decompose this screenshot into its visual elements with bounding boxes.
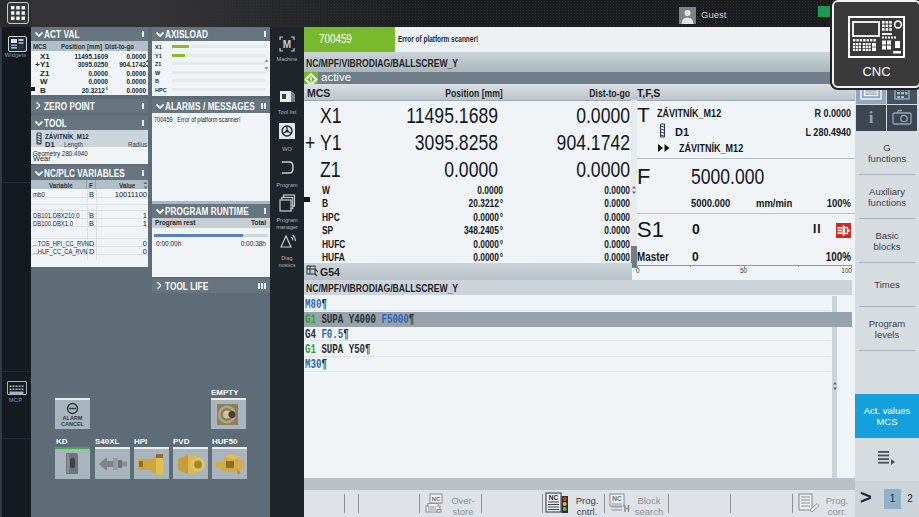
svg-text:NC: NC <box>612 495 622 502</box>
svg-text:NC: NC <box>549 494 559 501</box>
svg-text:M: M <box>283 39 291 50</box>
svg-text:NC: NC <box>432 496 441 502</box>
